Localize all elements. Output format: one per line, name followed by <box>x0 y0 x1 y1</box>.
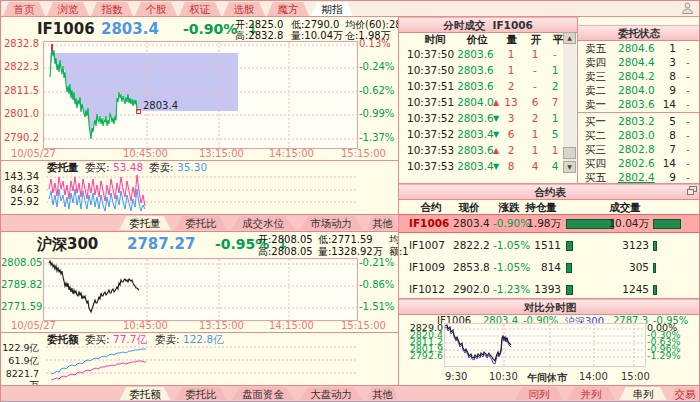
tick-time: 10:37:52 <box>407 128 454 140</box>
contract-row[interactable]: IF1012 2902.0 -1.23% 1393 1245 <box>399 281 700 298</box>
tab-order-volume[interactable]: 委托量 <box>119 216 171 230</box>
tab-stock[interactable]: 个股 <box>135 2 177 16</box>
y-tick: 2811.5 <box>1 85 39 96</box>
tab-home[interactable]: 首页 <box>3 2 45 16</box>
bid-label: 买三 <box>585 143 606 157</box>
compare-chart <box>444 323 646 367</box>
sub2-y-tick: 122.9亿 <box>1 342 39 355</box>
tab-cascade[interactable]: 串列 <box>619 387 667 401</box>
tick-open: 4 <box>525 160 545 172</box>
tab-market-momentum[interactable]: 市场动力 <box>299 216 363 230</box>
compare-title-text: 对比分时图 <box>524 301 577 313</box>
tab-stock-pick[interactable]: 选股 <box>223 2 265 16</box>
tick-price: 2803.6 <box>457 112 494 124</box>
sub1-y-tick: 25.92 <box>1 196 39 207</box>
tick-time: 10:37:53 <box>407 144 454 156</box>
scroll-up-icon[interactable]: ▲ <box>563 32 576 44</box>
tab-order-ratio[interactable]: 委托比 <box>175 216 227 230</box>
tab-cube[interactable]: 魔方 <box>267 2 309 16</box>
col-open-interest: 持仓量 <box>517 201 565 215</box>
contract-volume: 3123 <box>603 239 649 251</box>
tab-market-power[interactable]: 大盘动力 <box>299 387 363 401</box>
tick-close: - <box>547 48 563 60</box>
tab-other[interactable]: 其他 <box>367 216 398 230</box>
tab-other-2[interactable]: 其他 <box>367 387 398 401</box>
sub2-y-tick: 61.9亿 <box>1 355 39 368</box>
contract-volume: 305 <box>603 261 649 273</box>
x-tick: 13:15:00 <box>199 148 244 159</box>
tab-futures[interactable]: 期指 <box>311 2 353 16</box>
tab-same-column[interactable]: 同列 <box>515 387 563 401</box>
col-last: 现价 <box>447 201 491 215</box>
tab-order-amount[interactable]: 委托额 <box>119 387 171 401</box>
bid-label: 买四 <box>585 157 606 171</box>
scroll-down-icon[interactable]: ▼ <box>563 161 576 173</box>
tick-row: 10:37:52 2803.4 ▼ 6 1 5 <box>399 127 563 143</box>
contract-row[interactable]: IF1007 2822.2 -1.05% 1511 3123 <box>399 237 700 254</box>
bid-flag: - <box>686 157 690 169</box>
tick-time: 10:37:50 <box>407 48 454 60</box>
tick-close: 2 <box>547 80 563 92</box>
tab-market-funds[interactable]: 盘面资金 <box>231 387 295 401</box>
pct-tick: -0.86% <box>359 279 401 290</box>
ask-flag: - <box>686 70 690 82</box>
tab-order-ratio-2[interactable]: 委托比 <box>175 387 227 401</box>
bid-row: 买四 2802.6 14 - <box>578 157 700 170</box>
y-tick: 2771.59 <box>1 301 39 312</box>
tick-title-symbol: IF1006 <box>493 19 533 31</box>
if1006-intraday-chart <box>43 41 358 149</box>
tab-trade-level[interactable]: 成交水位 <box>231 216 295 230</box>
tick-price: 2803.6 <box>457 80 494 92</box>
oi-bar <box>566 263 572 273</box>
bid-ask-divider <box>578 112 700 113</box>
tick-open: - <box>525 64 545 76</box>
tab-index[interactable]: 指数 <box>91 2 133 16</box>
up-arrow-icon: ▲ <box>493 146 499 155</box>
tick-open: 1 <box>525 48 545 60</box>
vol-bar-container <box>653 241 657 251</box>
vol-bar <box>653 263 656 273</box>
tick-row: 10:37:50 2803.6 1 - 1 <box>399 63 563 79</box>
scrollbar-thumb[interactable] <box>563 147 576 159</box>
tab-trade[interactable]: 交易 <box>671 387 699 401</box>
up-arrow-icon: ▲ <box>493 98 499 107</box>
sub1-y-tick: 84.63 <box>1 184 39 195</box>
bid-flag: - <box>686 143 690 155</box>
bid-price: 2802.8 <box>618 143 655 155</box>
contract-symbol: IF1007 <box>409 239 445 251</box>
y-tick: 2832.8 <box>1 38 39 49</box>
ask-label: 卖二 <box>585 84 606 98</box>
vol-bar-container <box>653 263 656 273</box>
tick-row: 10:37:50 2803.6 1 1 - <box>399 47 563 63</box>
y-tick: 2801.0 <box>1 108 39 119</box>
restore-window-icon[interactable] <box>687 186 697 195</box>
pct-tick: -1.37% <box>359 132 401 143</box>
tab-warrant[interactable]: 权证 <box>179 2 221 16</box>
tick-price: 2803.4 <box>457 128 494 140</box>
col-volume: 量 <box>501 33 523 47</box>
tick-vol: 2 <box>501 144 521 156</box>
contract-volume: 1245 <box>603 283 649 295</box>
bid-vol: 9 <box>652 171 676 183</box>
tick-close: 7 <box>547 96 563 108</box>
ask-row: 卖四 2804.4 3 - <box>578 56 700 69</box>
tab-side-by-side[interactable]: 并列 <box>567 387 615 401</box>
tick-row: 10:37:52 2803.6 ▼ 3 2 1 <box>399 111 563 127</box>
vol-bar <box>653 219 681 229</box>
tick-scrollbar[interactable]: ▲ ▼ <box>563 32 576 173</box>
x-tick-date: 10/05/27 <box>11 148 56 159</box>
tick-row: 10:37:51 2804.0 ▲ 13 6 7 <box>399 95 563 111</box>
ask-label: 卖三 <box>585 70 606 84</box>
tick-vol: 13 <box>501 96 521 108</box>
y-tick: 2790.2 <box>1 132 39 143</box>
if-price: 2803.4 <box>101 20 159 38</box>
vol-bar <box>653 285 657 295</box>
sell-amount-line <box>51 349 146 374</box>
contract-oi: 1511 <box>517 239 561 251</box>
user-icon[interactable] <box>681 2 694 14</box>
tab-browse[interactable]: 浏览 <box>47 2 89 16</box>
tick-price: 2803.6 <box>457 64 494 76</box>
contract-symbol: IF1012 <box>409 283 445 295</box>
contract-row-selected[interactable]: IF1006 2803.4 -0.90% 1.98万 10.04万 <box>399 214 700 233</box>
contract-row[interactable]: IF1009 2853.8 -1.05% 814 305 <box>399 259 700 276</box>
